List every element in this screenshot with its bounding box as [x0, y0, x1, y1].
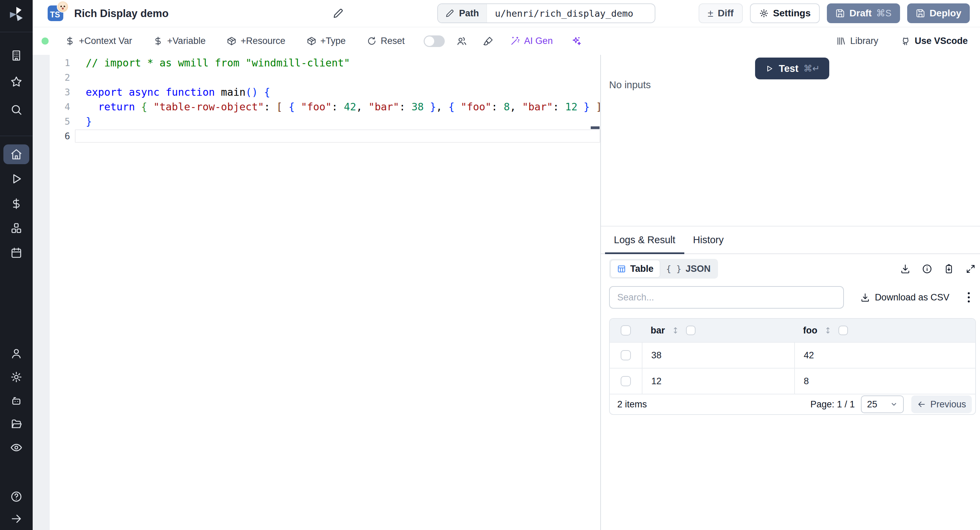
favorites-star-icon[interactable] — [10, 76, 22, 88]
collaborators-users-icon[interactable] — [454, 35, 469, 47]
column-header-bar[interactable]: bar — [651, 325, 665, 336]
reset-button[interactable]: Reset — [365, 35, 407, 47]
package-icon — [307, 36, 317, 46]
view-json-segment[interactable]: { } JSON — [660, 260, 717, 277]
resources-cubes-icon[interactable] — [10, 222, 22, 234]
result-actions — [900, 263, 976, 274]
result-table: bar foo 38 — [609, 318, 976, 415]
view-segmented-control: Table { } JSON — [609, 259, 718, 279]
table-footer: 2 items Page: 1 / 1 25 Previous — [610, 394, 975, 414]
code-text[interactable] — [75, 71, 600, 84]
select-all-checkbox[interactable] — [620, 325, 631, 335]
ai-gen-button[interactable]: AI Gen — [508, 35, 555, 47]
code-text[interactable] — [75, 129, 600, 143]
baby-emoji-badge — [57, 1, 69, 13]
view-table-segment[interactable]: Table — [611, 260, 660, 278]
line-number: 5 — [50, 116, 75, 127]
sparkles-icon[interactable] — [569, 35, 584, 47]
toggle-knob — [425, 37, 434, 46]
code-line[interactable]: 2 — [50, 70, 600, 85]
package-icon — [227, 36, 237, 46]
download-csv-button[interactable]: Download as CSV — [858, 292, 951, 303]
code-editor[interactable]: 1// import * as wmill from "windmill-cli… — [50, 55, 600, 530]
code-line[interactable]: 4 return { "table-row-object": [ { "foo"… — [50, 99, 600, 114]
cell-bar: 38 — [642, 343, 794, 368]
use-vscode-button[interactable]: Use VScode — [899, 35, 970, 47]
settings-button[interactable]: Settings — [750, 3, 820, 23]
test-shortcut: ⌘↵ — [803, 63, 820, 74]
workers-robot-icon[interactable] — [10, 395, 22, 407]
row-select-checkbox[interactable] — [620, 376, 631, 386]
line-number: 6 — [50, 131, 75, 141]
code-text[interactable]: return { "table-row-object": [ { "foo": … — [75, 100, 600, 113]
path-value[interactable]: u/henri/rich_display_demo — [487, 4, 641, 22]
code-line[interactable]: 6 — [50, 129, 600, 144]
search-icon[interactable] — [10, 104, 22, 116]
search-input[interactable] — [609, 286, 844, 309]
info-icon[interactable] — [922, 263, 932, 274]
draft-button[interactable]: Draft ⌘S — [827, 3, 900, 23]
expand-sidebar-arrow-icon[interactable] — [10, 512, 22, 525]
path-button[interactable]: Path — [438, 4, 487, 22]
code-text[interactable]: } — [75, 115, 600, 128]
settings-gear-icon[interactable] — [10, 371, 22, 383]
column-select-checkbox[interactable] — [686, 326, 695, 335]
add-variable-label: +Variable — [167, 36, 205, 46]
format-brush-icon[interactable] — [481, 35, 496, 47]
code-text[interactable]: export async function main() { — [75, 86, 600, 99]
library-button[interactable]: Library — [834, 35, 880, 47]
result-tabs: Logs & Result History — [601, 226, 980, 254]
help-icon[interactable] — [10, 490, 22, 503]
copy-result-clipboard-icon[interactable] — [943, 263, 954, 274]
workspace: 1// import * as wmill from "windmill-cli… — [33, 55, 980, 530]
runs-play-icon[interactable] — [10, 173, 22, 185]
add-variable-button[interactable]: +Variable — [151, 35, 208, 47]
windmill-logo-icon[interactable] — [8, 5, 25, 23]
add-type-button[interactable]: +Type — [305, 35, 348, 47]
download-icon[interactable] — [900, 263, 911, 274]
page-size-select[interactable]: 25 — [861, 396, 904, 413]
page-size-value: 25 — [867, 399, 877, 410]
column-header-foo[interactable]: foo — [803, 325, 817, 336]
previous-page-button[interactable]: Previous — [911, 396, 972, 413]
diff-button[interactable]: ± Diff — [698, 3, 743, 23]
row-select-checkbox[interactable] — [620, 350, 631, 360]
edit-title-pencil-icon[interactable] — [333, 8, 344, 19]
magic-wand-icon — [510, 36, 520, 46]
json-braces-icon: { } — [666, 264, 682, 274]
result-content: Table { } JSON — [601, 254, 980, 530]
code-line[interactable]: 1// import * as wmill from "windmill-cli… — [50, 56, 600, 70]
more-options-ellipsis-icon[interactable] — [966, 291, 971, 304]
column-select-checkbox[interactable] — [838, 326, 848, 335]
audit-eye-icon[interactable] — [10, 441, 22, 454]
code-line[interactable]: 3export async function main() { — [50, 85, 600, 99]
code-line[interactable]: 5} — [50, 114, 600, 129]
sort-icon[interactable] — [824, 326, 832, 335]
test-button[interactable]: Test ⌘↵ — [755, 57, 829, 79]
expand-fullscreen-icon[interactable] — [966, 263, 976, 274]
code-lines[interactable]: 1// import * as wmill from "windmill-cli… — [50, 55, 600, 144]
folders-icon[interactable] — [10, 418, 22, 430]
library-label: Library — [850, 36, 878, 46]
deploy-button[interactable]: Deploy — [907, 3, 970, 23]
add-context-var-button[interactable]: +Context Var — [63, 35, 134, 47]
variables-dollar-icon[interactable] — [10, 198, 22, 210]
line-number: 2 — [50, 72, 75, 83]
add-resource-label: +Resource — [240, 36, 285, 46]
home-icon[interactable] — [10, 148, 22, 160]
user-icon[interactable] — [10, 347, 22, 360]
tab-logs-result[interactable]: Logs & Result — [605, 227, 684, 254]
schedules-calendar-icon[interactable] — [10, 247, 22, 259]
scrollbar-cursor-marker — [591, 126, 600, 129]
code-text[interactable]: // import * as wmill from "windmill-clie… — [75, 56, 600, 69]
diff-mode-toggle[interactable] — [424, 35, 445, 47]
sort-icon[interactable] — [671, 326, 680, 335]
path-control[interactable]: Path u/henri/rich_display_demo — [437, 3, 655, 23]
tab-history[interactable]: History — [684, 227, 733, 254]
table-row[interactable]: 38 42 — [610, 342, 975, 368]
workspace-building-icon[interactable] — [10, 49, 22, 62]
collapsed-panel-strip[interactable] — [33, 55, 50, 530]
chevron-down-icon — [890, 401, 898, 408]
table-row[interactable]: 12 8 — [610, 368, 975, 394]
add-resource-button[interactable]: +Resource — [224, 35, 287, 47]
